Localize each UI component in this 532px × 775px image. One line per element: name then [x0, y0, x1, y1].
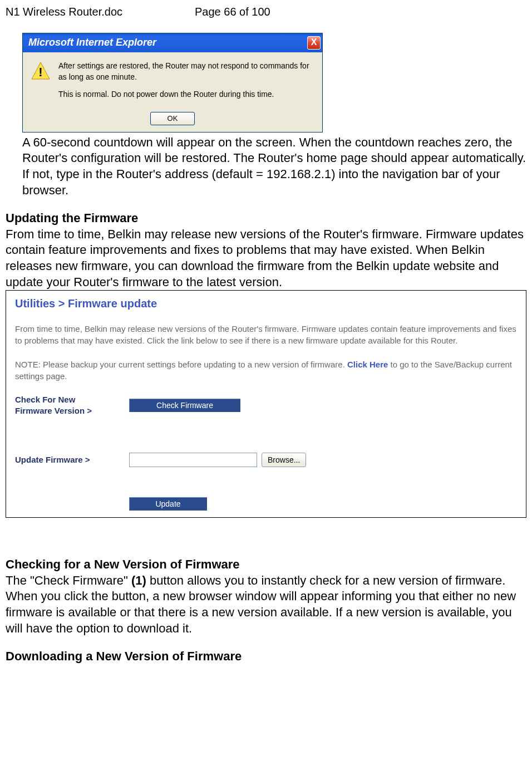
check-firmware-row: Check For New Firmware Version > Check F… — [15, 394, 517, 416]
checking-num: (1) — [131, 573, 146, 587]
update-firmware-row: Update Firmware > Browse... — [15, 453, 517, 467]
click-here-link[interactable]: Click Here — [347, 360, 388, 369]
check-label-line1: Check For New — [15, 395, 75, 404]
update-button-row: Update — [15, 497, 517, 511]
dialog-titlebar: Microsoft Internet Explorer X — [23, 33, 322, 52]
close-icon[interactable]: X — [307, 36, 321, 50]
firmware-file-input[interactable] — [129, 453, 257, 467]
check-label-line2: Firmware Version > — [15, 406, 92, 415]
dialog-message: After settings are restored, the Router … — [58, 60, 314, 105]
firmware-panel: Utilities > Firmware update From time to… — [6, 290, 526, 518]
update-button[interactable]: Update — [129, 497, 207, 511]
checking-heading: Checking for a New Version of Firmware — [6, 557, 526, 573]
ok-button[interactable]: OK — [150, 112, 195, 125]
downloading-heading: Downloading a New Version of Firmware — [6, 649, 526, 665]
panel-title: Utilities > Firmware update — [15, 296, 517, 311]
panel-intro: From time to time, Belkin may release ne… — [15, 323, 517, 346]
panel-note: NOTE: Please backup your current setting… — [15, 359, 517, 382]
updating-heading: Updating the Firmware — [6, 210, 526, 227]
countdown-paragraph: A 60-second countdown will appear on the… — [22, 135, 526, 198]
page-indicator: Page 66 of 100 — [195, 4, 270, 19]
dialog-line1: After settings are restored, the Router … — [58, 60, 314, 83]
check-firmware-label: Check For New Firmware Version > — [15, 394, 129, 416]
browse-button[interactable]: Browse... — [262, 453, 306, 467]
update-firmware-label: Update Firmware > — [15, 454, 129, 465]
checking-paragraph: The "Check Firmware" (1) button allows y… — [6, 573, 526, 636]
page-header: N1 Wireless Router.doc Page 66 of 100 — [6, 4, 526, 19]
doc-filename: N1 Wireless Router.doc — [6, 4, 195, 19]
updating-paragraph: From time to time, Belkin may release ne… — [6, 227, 526, 290]
warning-icon: ! — [31, 61, 51, 81]
svg-text:!: ! — [38, 65, 42, 79]
checking-prefix: The "Check Firmware" — [6, 573, 131, 587]
check-firmware-button[interactable]: Check Firmware — [129, 399, 240, 412]
dialog-title: Microsoft Internet Explorer — [28, 36, 156, 49]
dialog-line2: This is normal. Do not power down the Ro… — [58, 89, 314, 100]
panel-note-prefix: NOTE: Please backup your current setting… — [15, 360, 347, 369]
ie-dialog: Microsoft Internet Explorer X ! After se… — [22, 33, 323, 133]
